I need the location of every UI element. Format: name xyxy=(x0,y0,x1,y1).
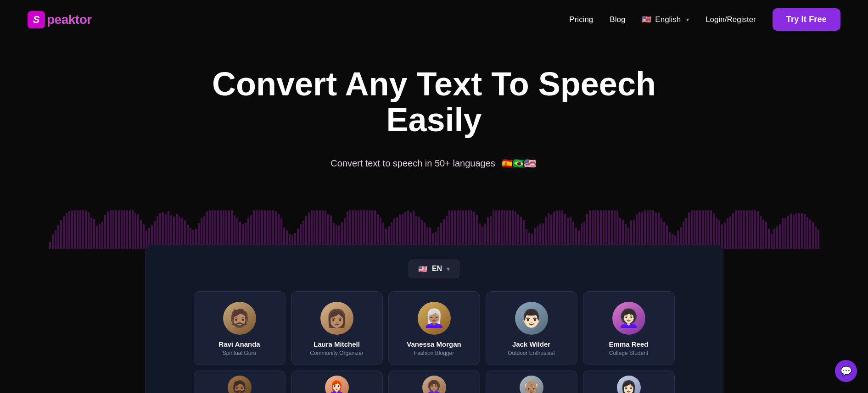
wave-bar xyxy=(751,210,753,249)
wave-bar xyxy=(90,217,92,249)
wave-bar xyxy=(355,210,357,249)
panel-lang-code: EN xyxy=(432,265,442,273)
voice-card-bottom-b2[interactable]: 👩🏻‍🦰 xyxy=(291,371,383,393)
wave-bar xyxy=(223,210,224,249)
language-label: English xyxy=(655,15,681,24)
wave-bar xyxy=(592,210,594,249)
wave-bar xyxy=(812,221,814,249)
wave-bar xyxy=(327,214,329,249)
try-it-free-button[interactable]: Try It Free xyxy=(773,8,840,31)
wave-bar xyxy=(217,210,219,249)
wave-bar xyxy=(322,210,324,249)
voice-cards-bottom-row: 🧔🏾 👩🏻‍🦰 👩🏽‍🦱 👴🏽 👩🏻 xyxy=(158,371,710,393)
wave-bar xyxy=(506,210,508,249)
wave-bar xyxy=(468,210,470,249)
wave-bar xyxy=(228,210,230,249)
voice-card-vanessa[interactable]: 👩🏽‍🦳 Vanessa Morgan Fashion Blogger xyxy=(388,291,480,365)
voice-card-bottom-b4[interactable]: 👴🏽 xyxy=(486,371,577,393)
wave-bar xyxy=(512,210,514,249)
wave-bar xyxy=(608,210,610,249)
wave-bar xyxy=(509,210,511,249)
wave-bar xyxy=(644,210,646,249)
wave-bar xyxy=(504,210,505,249)
avatar-jack: 👨🏻 xyxy=(515,302,548,335)
wave-bar xyxy=(771,234,773,249)
wave-bar xyxy=(713,213,715,249)
voice-card-bottom-b3[interactable]: 👩🏽‍🦱 xyxy=(388,371,480,393)
chat-button[interactable]: 💬 xyxy=(835,360,857,382)
wave-bar xyxy=(710,210,712,249)
wave-bar xyxy=(118,210,120,249)
wave-bar xyxy=(564,214,566,249)
wave-bar xyxy=(638,212,640,249)
wave-bar xyxy=(611,210,613,249)
hero-subtitle-text: Convert text to speech in 50+ languages xyxy=(330,158,495,169)
wave-bar xyxy=(347,211,348,249)
nav-pricing[interactable]: Pricing xyxy=(569,15,593,24)
avatar-bottom-b1: 🧔🏾 xyxy=(228,376,252,393)
wave-bar xyxy=(55,230,56,249)
wave-bar xyxy=(815,227,817,249)
wave-bar xyxy=(352,210,354,249)
wave-bar xyxy=(159,213,161,249)
voice-card-jack[interactable]: 👨🏻 Jack Wilder Outdoor Enthusiast xyxy=(486,291,577,365)
wave-bar xyxy=(749,210,750,249)
voice-card-ravi[interactable]: 🧔🏽 Ravi Ananda Spiritual Guru xyxy=(194,291,286,365)
avatar-bottom-b3: 👩🏽‍🦱 xyxy=(422,376,446,393)
wave-bar xyxy=(413,210,414,249)
wave-bar xyxy=(594,210,596,249)
voice-card-laura[interactable]: 👩🏽 Laura Mitchell Community Organizer xyxy=(291,291,383,365)
panel-language-selector[interactable]: 🇺🇸 EN ▾ xyxy=(158,260,710,278)
wave-bar xyxy=(707,210,709,249)
wave-bar xyxy=(123,210,125,249)
wave-bar xyxy=(134,213,136,249)
wave-bar xyxy=(465,210,467,249)
wave-bar xyxy=(366,210,368,249)
wave-bar xyxy=(57,225,59,249)
wave-bar xyxy=(101,221,103,249)
wave-bar xyxy=(99,224,101,249)
wave-bar xyxy=(121,210,123,249)
wave-bar xyxy=(605,210,607,249)
wave-bar xyxy=(603,210,605,249)
panel-flag-icon: 🇺🇸 xyxy=(418,265,427,273)
wave-bar xyxy=(699,210,701,249)
wave-bar xyxy=(553,211,555,249)
wave-bar xyxy=(658,212,660,249)
wave-bar xyxy=(115,210,117,249)
wave-bar xyxy=(655,212,657,249)
voice-card-bottom-b5[interactable]: 👩🏻 xyxy=(583,371,675,393)
wave-bar xyxy=(74,210,76,249)
wave-bar xyxy=(773,228,775,249)
wave-bar xyxy=(641,211,643,249)
wave-bar xyxy=(790,213,792,249)
language-selector[interactable]: 🇺🇸 English ▾ xyxy=(642,15,689,24)
nav-login[interactable]: Login/Register xyxy=(706,15,756,24)
nav-blog[interactable]: Blog xyxy=(610,15,625,24)
wave-bar xyxy=(407,210,409,249)
wave-bar xyxy=(319,210,321,249)
wave-bar xyxy=(462,210,464,249)
wave-bar xyxy=(501,210,503,249)
wave-bar xyxy=(410,212,412,249)
wave-bar xyxy=(275,211,277,249)
wave-bar xyxy=(614,210,616,249)
wave-bar xyxy=(170,215,172,249)
voice-card-bottom-b1[interactable]: 🧔🏾 xyxy=(194,371,286,393)
wave-bar xyxy=(498,210,500,249)
logo[interactable]: S peaktor xyxy=(28,11,92,28)
voice-card-emma[interactable]: 👩🏻‍🦱 Emma Reed College Student xyxy=(583,291,675,365)
wave-bar xyxy=(779,224,781,249)
wave-bar xyxy=(517,214,519,249)
wave-bar xyxy=(806,217,808,249)
voice-role-vanessa: Fashion Blogger xyxy=(414,350,454,356)
wave-bar xyxy=(399,214,401,249)
wave-bar xyxy=(132,210,134,249)
wave-bar xyxy=(66,213,67,249)
wave-bar xyxy=(451,210,453,249)
voice-name-emma: Emma Reed xyxy=(609,340,649,348)
lang-pill[interactable]: 🇺🇸 EN ▾ xyxy=(409,260,459,278)
wave-bar xyxy=(776,226,778,249)
flag-icon: 🇺🇸 xyxy=(642,15,651,24)
voice-role-emma: College Student xyxy=(609,350,648,356)
